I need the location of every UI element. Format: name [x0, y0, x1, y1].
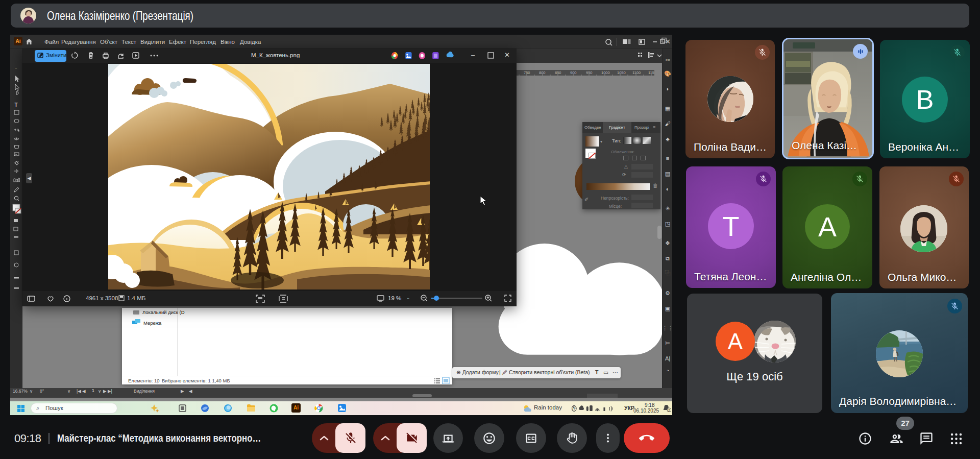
svg-text:🖌: 🖌	[665, 120, 671, 127]
svg-text:..: ..	[15, 65, 17, 70]
svg-text:A|: A|	[665, 355, 670, 361]
svg-text:⿻: ⿻	[665, 271, 671, 277]
svg-text:««: ««	[666, 58, 670, 62]
svg-text:⧉: ⧉	[666, 255, 670, 261]
svg-text:◔: ◔	[666, 368, 670, 374]
svg-text:⚙: ⚙	[665, 290, 670, 296]
svg-text:🎨: 🎨	[664, 70, 671, 77]
svg-text:⋮⋮: ⋮⋮	[663, 325, 672, 331]
svg-text:◳: ◳	[665, 221, 670, 227]
svg-text:▣: ▣	[665, 305, 670, 311]
svg-text:◗: ◗	[666, 86, 670, 92]
svg-text:❖: ❖	[665, 240, 670, 246]
svg-text:⊨: ⊨	[665, 340, 670, 346]
svg-text:2: 2	[668, 408, 670, 412]
svg-text:◐: ◐	[666, 186, 670, 192]
svg-text:▦: ▦	[665, 105, 670, 111]
svg-text:♣: ♣	[666, 136, 669, 142]
svg-text:≡: ≡	[666, 155, 669, 161]
svg-text:T: T	[15, 102, 18, 108]
svg-text:✳: ✳	[665, 205, 670, 211]
svg-text:▤: ▤	[665, 171, 670, 177]
